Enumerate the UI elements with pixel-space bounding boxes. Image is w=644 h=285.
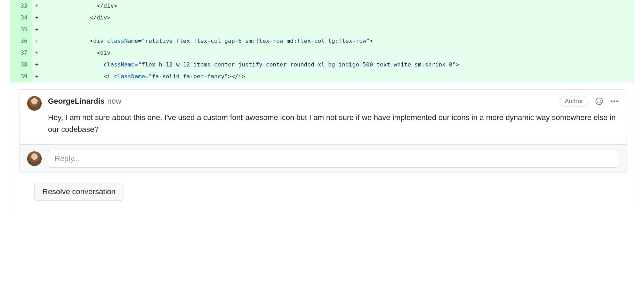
- line-number[interactable]: 37: [10, 47, 32, 59]
- comment-header: GeorgeLinardis now Author: [19, 90, 627, 144]
- svg-point-2: [600, 100, 601, 101]
- diff-line[interactable]: 34+ </div>: [10, 12, 634, 24]
- resolve-conversation-button[interactable]: Resolve conversation: [34, 183, 123, 201]
- addition-marker: +: [32, 0, 41, 12]
- svg-point-4: [613, 101, 615, 102]
- author-badge: Author: [560, 96, 588, 107]
- kebab-menu-icon[interactable]: [610, 97, 619, 106]
- addition-marker: +: [32, 12, 41, 24]
- addition-marker: +: [32, 47, 41, 59]
- line-number[interactable]: 36: [10, 35, 32, 47]
- reply-input[interactable]: [48, 150, 619, 168]
- line-number[interactable]: 33: [10, 0, 32, 12]
- diff-hunk: 33+ </div>34+ </div>35+36+ <div classNam…: [10, 0, 634, 82]
- addition-marker: +: [32, 35, 41, 47]
- svg-point-3: [611, 101, 612, 102]
- code-content: [41, 24, 634, 35]
- line-number[interactable]: 38: [10, 59, 32, 71]
- comment-author[interactable]: GeorgeLinardis: [48, 97, 105, 106]
- code-content: <i className="fa-solid fa-pen-fancy"></i…: [41, 71, 634, 82]
- code-content: <div: [41, 47, 634, 59]
- code-content: </div>: [41, 12, 634, 24]
- comment-timestamp[interactable]: now: [107, 97, 121, 106]
- diff-line[interactable]: 35+: [10, 24, 634, 35]
- diff-line[interactable]: 39+ <i className="fa-solid fa-pen-fancy"…: [10, 71, 634, 82]
- code-content: className="flex h-12 w-12 items-center j…: [41, 59, 634, 71]
- svg-point-5: [617, 101, 618, 102]
- svg-point-1: [598, 100, 598, 101]
- emoji-reaction-icon[interactable]: [595, 97, 604, 106]
- avatar[interactable]: [27, 96, 42, 111]
- code-content: </div>: [41, 0, 634, 12]
- svg-point-0: [596, 98, 602, 105]
- addition-marker: +: [32, 24, 41, 35]
- addition-marker: +: [32, 71, 41, 82]
- line-number[interactable]: 34: [10, 12, 32, 24]
- review-thread: GeorgeLinardis now Author: [10, 82, 634, 211]
- code-content: <div className="relative flex flex-col g…: [41, 35, 634, 47]
- diff-line[interactable]: 33+ </div>: [10, 0, 634, 12]
- diff-line[interactable]: 38+ className="flex h-12 w-12 items-cent…: [10, 59, 634, 71]
- addition-marker: +: [32, 59, 41, 71]
- diff-line[interactable]: 37+ <div: [10, 47, 634, 59]
- comment-body: Hey, I am not sure about this one. I've …: [48, 112, 619, 144]
- diff-line[interactable]: 36+ <div className="relative flex flex-c…: [10, 35, 634, 47]
- line-number[interactable]: 39: [10, 71, 32, 82]
- avatar[interactable]: [27, 151, 42, 166]
- reply-row: [19, 144, 627, 173]
- comment-card: GeorgeLinardis now Author: [19, 89, 627, 173]
- line-number[interactable]: 35: [10, 24, 32, 35]
